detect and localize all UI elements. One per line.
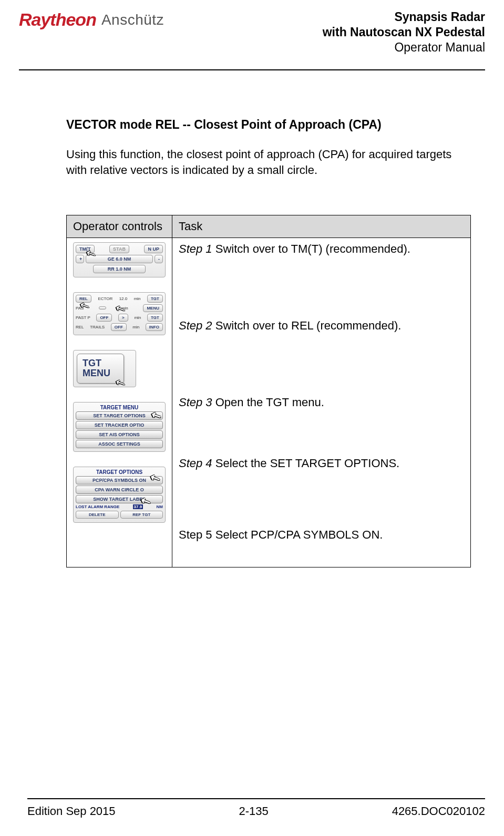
step-5: Step 5 Select PCP/CPA SYMBOLS ON. [179, 528, 464, 542]
panel-vector: REL ECTOR 12.0 min TGT PAS min MENU PAST… [73, 292, 166, 335]
off2-btn[interactable]: OFF [111, 323, 127, 331]
step-4: Step 4 Select the SET TARGET OPTIONS. [179, 457, 464, 470]
tgt2-label: TGT [147, 314, 163, 322]
step-4-text: Select the SET TARGET OPTIONS. [212, 457, 400, 470]
panel-tm: TM(T STAB N UP + GE 6.0 NM - RR 1.0 NM ↖ [73, 242, 166, 277]
rel2-label: REL [76, 325, 84, 329]
tgt-l1: TGT [83, 358, 118, 369]
nup-button[interactable]: N UP [144, 245, 163, 253]
step-3: Step 3 Open the TGT menu. [179, 396, 464, 409]
plus-button[interactable]: + [76, 255, 84, 263]
info-label: INFO [146, 323, 163, 331]
step-2-text: Switch over to REL (recommended). [212, 319, 402, 332]
section-intro: Using this function, the closest point o… [66, 147, 471, 178]
panel-target-options: TARGET OPTIONS PCP/CPA SYMBOLS ON CPA WA… [73, 467, 166, 523]
panel-tgt-menu: TGT MENU ↖ [73, 350, 136, 388]
doc-title-block: Synapsis Radar with Nautoscan NX Pedesta… [323, 9, 485, 55]
step-3-text: Open the TGT menu. [212, 396, 324, 409]
page-header: Raytheon Anschütz Synapsis Radar with Na… [19, 9, 485, 70]
past-btn[interactable] [99, 306, 106, 309]
lost-alarm-unit: NM [157, 504, 163, 509]
step-5-label: Step 5 [179, 528, 212, 541]
step-5-text: Select PCP/CPA SYMBOLS ON. [212, 528, 383, 541]
col-header-task: Task [172, 215, 471, 238]
tgt-label: TGT [147, 295, 163, 303]
step-3-label: Step 3 [179, 396, 212, 409]
panel-target-menu: TARGET MENU SET TARGET OPTIONS SET TRACK… [73, 402, 166, 452]
delete-button[interactable]: DELETE [76, 511, 119, 519]
procedure-table: Operator controls Task TM(T STAB N UP + … [66, 215, 471, 567]
set-ais-options-button[interactable]: SET AIS OPTIONS [76, 430, 163, 439]
unit-min: min [134, 296, 141, 301]
page-footer: Edition Sep 2015 2-135 4265.DOC020102 [27, 798, 485, 818]
step-1: Step 1 Switch over to TM(T) (recommended… [179, 242, 464, 256]
vector-val: 12.0 [119, 296, 128, 301]
controls-cell: TM(T STAB N UP + GE 6.0 NM - RR 1.0 NM ↖ [67, 238, 172, 567]
doc-title-1: Synapsis Radar [323, 9, 485, 25]
content: VECTOR mode REL -- Closest Point of Appr… [19, 118, 471, 567]
unit-min3: min [134, 315, 141, 320]
footer-page: 2-135 [239, 804, 268, 818]
menu-label: MENU [143, 304, 163, 312]
ref-tgt-button[interactable]: REF TGT [120, 511, 163, 519]
footer-edition: Edition Sep 2015 [27, 804, 116, 818]
stab-button[interactable]: STAB [109, 245, 129, 253]
minus-button[interactable]: - [155, 255, 163, 263]
step-1-text: Switch over to TM(T) (recommended). [212, 242, 410, 255]
logo-raytheon: Raytheon [19, 9, 96, 30]
logo-anschutz: Anschütz [101, 12, 164, 28]
tgt-l2: MENU [83, 368, 118, 379]
footer-docnum: 4265.DOC020102 [392, 804, 485, 818]
logo-block: Raytheon Anschütz [19, 9, 164, 30]
off-btn[interactable]: OFF [96, 314, 112, 322]
doc-title-2: with Nautoscan NX Pedestal [323, 25, 485, 40]
lost-alarm-label: LOST ALARM RANGE [76, 504, 119, 509]
step-1-label: Step 1 [179, 242, 212, 255]
task-cell: Step 1 Switch over to TM(T) (recommended… [172, 238, 471, 567]
unit-min4: min [132, 325, 139, 329]
target-menu-header: TARGET MENU [76, 405, 163, 410]
step-2-label: Step 2 [179, 319, 212, 332]
col-header-controls: Operator controls [67, 215, 172, 238]
doc-title-3: Operator Manual [323, 40, 485, 55]
section-heading: VECTOR mode REL -- Closest Point of Appr… [66, 118, 471, 132]
assoc-settings-button[interactable]: ASSOC SETTINGS [76, 440, 163, 448]
set-tracker-options-button[interactable]: SET TRACKER OPTIO [76, 421, 163, 429]
trails-label: TRAILS [90, 325, 105, 329]
pastp-label: PAST P [76, 315, 90, 320]
step-2: Step 2 Switch over to REL (recommended). [179, 319, 464, 333]
step-4-label: Step 4 [179, 457, 212, 470]
cursor-icon: ↖ [113, 375, 127, 391]
vector-label: ECTOR [98, 296, 112, 301]
rr-button[interactable]: RR 1.0 NM [93, 265, 146, 273]
